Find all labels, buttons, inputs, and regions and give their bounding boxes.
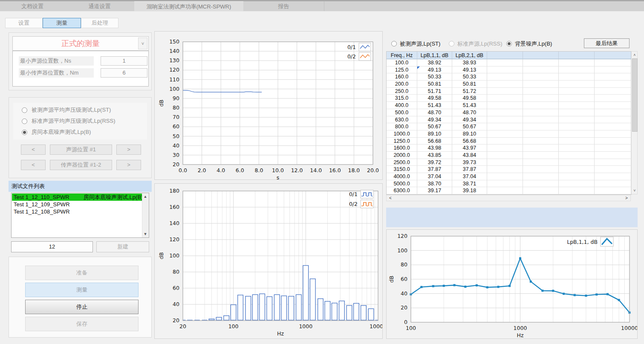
table-cell[interactable]: [487, 116, 523, 124]
table-cell[interactable]: 50.67: [417, 123, 452, 130]
table-cell[interactable]: [487, 102, 523, 109]
mic-position-prev-button[interactable]: <: [21, 160, 46, 170]
table-cell[interactable]: [559, 187, 595, 194]
radio-icon[interactable]: [22, 130, 27, 135]
table-cell[interactable]: [559, 159, 595, 166]
table-cell[interactable]: [487, 95, 523, 102]
table-cell[interactable]: [559, 109, 595, 116]
table-row[interactable]: 800.050.6750.67: [387, 123, 631, 130]
table-cell[interactable]: 49.34: [417, 116, 452, 124]
table-cell[interactable]: [559, 130, 595, 138]
table-cell[interactable]: [523, 180, 559, 188]
source-position-prev-button[interactable]: <: [21, 145, 46, 155]
table-cell[interactable]: 38.92: [417, 59, 452, 66]
subtab-measure[interactable]: 测量: [43, 18, 81, 28]
table-cell[interactable]: 48.70: [452, 109, 487, 116]
table-cell[interactable]: [559, 81, 595, 88]
table-cell[interactable]: [487, 88, 523, 95]
table-cell[interactable]: [559, 166, 595, 173]
table-row[interactable]: 100.038.9238.93: [387, 59, 631, 66]
table-cell[interactable]: 2500.0: [387, 159, 417, 166]
table-cell[interactable]: 51.43: [417, 102, 452, 109]
table-cell[interactable]: [487, 173, 523, 180]
subtab-postprocess[interactable]: 后处理: [81, 18, 118, 28]
table-cell[interactable]: 48.70: [417, 109, 452, 116]
table-cell[interactable]: 315.0: [387, 95, 417, 102]
table-cell[interactable]: [487, 180, 523, 188]
radio-label-source-lprss[interactable]: 标准声源,Lp(RSS): [457, 40, 502, 48]
measurement-mode-select[interactable]: 正式的测量 ˅: [12, 36, 149, 51]
table-cell[interactable]: [523, 88, 559, 95]
table-cell[interactable]: 250.0: [387, 88, 417, 95]
table-cell[interactable]: 49.13: [452, 66, 487, 74]
table-cell[interactable]: 4000.0: [387, 173, 417, 180]
table-cell[interactable]: [523, 138, 559, 145]
file-list-scrollbar[interactable]: ▲ ▼: [142, 193, 149, 237]
table-cell[interactable]: [523, 109, 559, 116]
save-button[interactable]: 保存: [25, 317, 139, 331]
table-row[interactable]: 2000.043.8543.84: [387, 152, 631, 159]
table-cell[interactable]: 1000.0: [387, 130, 417, 138]
table-cell[interactable]: [487, 123, 523, 130]
table-cell[interactable]: 50.33: [417, 73, 452, 81]
table-cell[interactable]: [559, 145, 595, 152]
list-item[interactable]: Test 1_12_108_SPWR: [12, 208, 142, 215]
table-cell[interactable]: [487, 130, 523, 138]
table-cell[interactable]: [523, 73, 559, 81]
table-cell[interactable]: [523, 159, 559, 166]
radio-icon[interactable]: [22, 119, 27, 124]
table-cell[interactable]: [595, 152, 631, 159]
table-cell[interactable]: 43.98: [417, 145, 452, 152]
table-cell[interactable]: [487, 145, 523, 152]
table-cell[interactable]: [523, 166, 559, 173]
table-cell[interactable]: [559, 173, 595, 180]
table-cell[interactable]: 49.34: [452, 116, 487, 124]
table-row[interactable]: 3150.037.8737.87: [387, 166, 631, 173]
table-cell[interactable]: [595, 102, 631, 109]
table-cell[interactable]: 630.0: [387, 116, 417, 124]
table-cell[interactable]: 50.81: [452, 81, 487, 88]
table-cell[interactable]: 100.0: [387, 59, 417, 66]
table-row[interactable]: 125.049.1349.13: [387, 66, 631, 74]
table-row[interactable]: 1250.056.6856.68: [387, 138, 631, 145]
table-cell[interactable]: 37.87: [417, 166, 452, 173]
new-file-button[interactable]: 新建: [96, 241, 149, 252]
table-cell[interactable]: 125.0: [387, 66, 417, 74]
table-cell[interactable]: 37.04: [417, 173, 452, 180]
table-cell[interactable]: [523, 130, 559, 138]
table-cell[interactable]: [559, 116, 595, 124]
stop-button[interactable]: 停止: [25, 300, 139, 314]
table-cell[interactable]: 200.0: [387, 81, 417, 88]
table-cell[interactable]: 39.72: [417, 159, 452, 166]
file-list[interactable]: Test 1_12_110_SPWR房间本底噪声测试,Lp(B)Test 1_1…: [11, 193, 149, 238]
subtab-setup[interactable]: 设置: [5, 18, 43, 28]
table-cell[interactable]: [487, 81, 523, 88]
radio-icon[interactable]: [449, 41, 454, 46]
table-cell[interactable]: [595, 123, 631, 130]
table-cell[interactable]: [595, 59, 631, 66]
table-cell[interactable]: 50.67: [452, 123, 487, 130]
table-cell[interactable]: [487, 109, 523, 116]
scroll-right-icon[interactable]: ˃: [624, 195, 630, 201]
table-cell[interactable]: [595, 173, 631, 180]
table-cell[interactable]: 56.68: [417, 138, 452, 145]
table-cell[interactable]: [595, 88, 631, 95]
table-cell[interactable]: [595, 81, 631, 88]
table-cell[interactable]: [523, 59, 559, 66]
table-cell[interactable]: 50.33: [452, 73, 487, 81]
results-table[interactable]: Freq., HzLpB,1,1, dBLpB,2,1, dB100.038.9…: [386, 51, 632, 195]
table-cell[interactable]: [487, 66, 523, 74]
table-cell[interactable]: 37.04: [452, 173, 487, 180]
table-cell[interactable]: [595, 73, 631, 81]
table-cell[interactable]: 49.58: [452, 95, 487, 102]
radio-icon[interactable]: [391, 41, 397, 46]
tab-document-settings[interactable]: 文档设置: [0, 1, 65, 11]
table-cell[interactable]: [559, 88, 595, 95]
table-row[interactable]: 200.050.8150.81: [387, 81, 631, 88]
table-cell[interactable]: [559, 73, 595, 81]
table-cell[interactable]: [559, 102, 595, 109]
tab-mcr-spwr[interactable]: 混响室法测试声功率(MCR-SPWR): [134, 1, 244, 11]
min-mic-positions-field[interactable]: 6: [101, 68, 147, 78]
table-cell[interactable]: 43.97: [452, 145, 487, 152]
table-cell[interactable]: [559, 59, 595, 66]
